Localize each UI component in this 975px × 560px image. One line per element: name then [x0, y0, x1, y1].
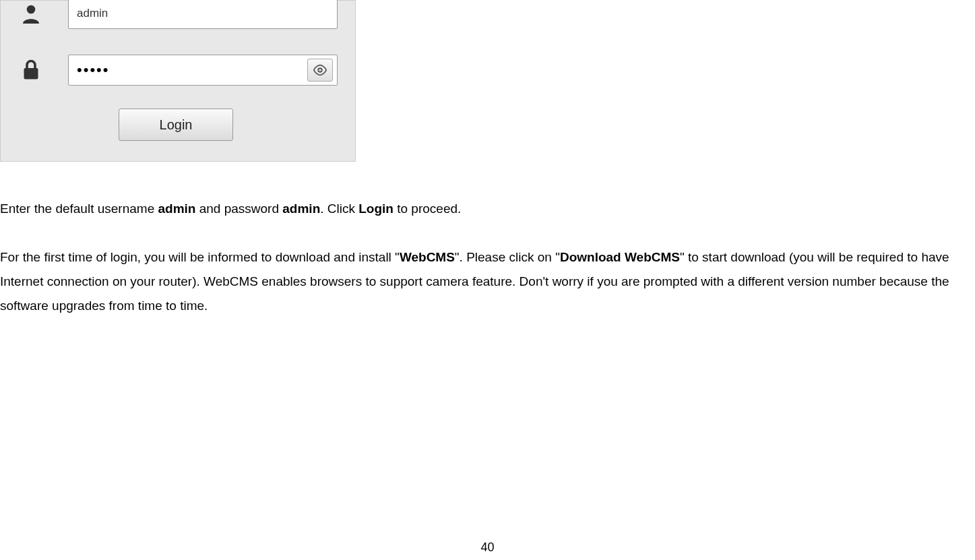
text-fragment: For the first time of login, you will be…	[0, 250, 400, 264]
username-value: admin	[77, 7, 108, 20]
bold-login: Login	[358, 201, 394, 216]
bold-admin-1: admin	[158, 201, 195, 216]
login-form-screenshot: admin ••••• Login	[0, 0, 356, 162]
instruction-paragraph-1: Enter the default username admin and pas…	[0, 197, 975, 221]
svg-rect-1	[24, 68, 38, 80]
user-icon	[14, 1, 48, 26]
svg-point-2	[318, 68, 322, 72]
page-number: 40	[480, 540, 494, 555]
instruction-paragraph-2: For the first time of login, you will be…	[0, 245, 975, 318]
svg-point-0	[27, 5, 36, 14]
login-button[interactable]: Login	[119, 108, 233, 141]
password-row: •••••	[14, 55, 338, 86]
text-fragment: to proceed.	[394, 201, 461, 216]
text-fragment: . Click	[320, 201, 358, 216]
text-fragment: and password	[195, 201, 282, 216]
text-fragment: Enter the default username	[0, 201, 158, 216]
username-input[interactable]: admin	[68, 0, 338, 29]
lock-icon	[14, 58, 48, 82]
bold-download-webcms: Download WebCMS	[560, 250, 680, 264]
text-fragment: ". Please click on "	[455, 250, 560, 264]
eye-icon	[313, 63, 327, 77]
show-password-button[interactable]	[307, 59, 333, 82]
username-row: admin	[14, 0, 338, 29]
login-button-label: Login	[160, 117, 193, 133]
password-input[interactable]: •••••	[68, 55, 338, 86]
bold-admin-2: admin	[282, 201, 320, 216]
password-value: •••••	[77, 61, 110, 79]
bold-webcms: WebCMS	[400, 250, 455, 264]
